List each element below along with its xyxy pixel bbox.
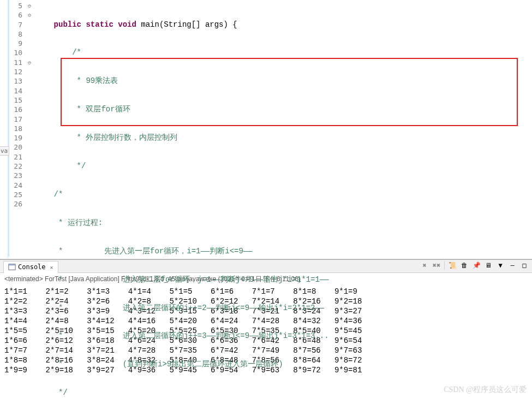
code-line: * 双层for循环 bbox=[33, 105, 532, 114]
sidebar-tab[interactable]: va bbox=[0, 146, 9, 156]
code-line: * 运行过程: bbox=[33, 218, 532, 228]
code-line: * 外层控制行数，内层控制列 bbox=[33, 133, 532, 142]
console-tab-bar: Console ✕ ✖ ✖✖ 📜 🗑 📌 🖥 ▼ — □ bbox=[0, 260, 532, 273]
change-ruler bbox=[8, 0, 9, 257]
fold-toggle-icon[interactable]: ⊖ bbox=[26, 58, 33, 67]
annotation-box bbox=[61, 58, 518, 126]
fold-column[interactable]: ⊖ ⊖ ⊖ bbox=[26, 0, 33, 259]
code-line: public static void main(String[] args) { bbox=[33, 20, 532, 29]
code-line: * 先进入第一层for循环，i=1——判断i<=9—— bbox=[33, 247, 532, 256]
remove-terminated-icon[interactable]: ✖ bbox=[420, 261, 429, 270]
display-icon[interactable]: 🖥 bbox=[484, 261, 493, 270]
watermark: CSDN @程序员这么可爱 bbox=[444, 385, 527, 395]
line-number-gutter: 56 78 910 1112 1314 1516 1718 1920 2122 … bbox=[8, 0, 26, 259]
scroll-lock-icon[interactable]: 📜 bbox=[448, 261, 457, 270]
left-margin bbox=[0, 0, 8, 259]
close-icon[interactable]: ✕ bbox=[50, 264, 53, 270]
fold-toggle-icon[interactable]: ⊖ bbox=[26, 1, 33, 10]
code-text-area[interactable]: public static void main(String[] args) {… bbox=[33, 0, 532, 259]
minimize-icon[interactable]: — bbox=[508, 261, 517, 270]
console-tab[interactable]: Console ✕ bbox=[3, 261, 58, 273]
console-toolbar: ✖ ✖✖ 📜 🗑 📌 🖥 ▼ — □ bbox=[420, 261, 529, 270]
code-line: * 进入第二层循环的j++=3——判断j<=9——输出j*i=3*1=3... bbox=[33, 331, 532, 341]
open-console-icon[interactable]: ▼ bbox=[496, 261, 505, 270]
pin-icon[interactable]: 📌 bbox=[472, 261, 481, 270]
fold-toggle-icon[interactable]: ⊖ bbox=[26, 10, 33, 20]
remove-all-icon[interactable]: ✖✖ bbox=[432, 261, 441, 270]
clear-icon[interactable]: 🗑 bbox=[460, 261, 469, 270]
code-line: * (直到判断i>9跳出第二层循环进入第一层循环) bbox=[33, 360, 532, 369]
code-line: /* bbox=[33, 48, 532, 57]
svg-rect-1 bbox=[9, 264, 15, 266]
maximize-icon[interactable]: □ bbox=[520, 261, 529, 270]
code-line: * 99乘法表 bbox=[33, 76, 532, 86]
code-line: * 进入第二层for循环，j=1——判断j<=9——输出j*i=1*1=1—— bbox=[33, 275, 532, 284]
code-line: /* bbox=[33, 190, 532, 199]
code-line: * 进入第二层循环的j++=2——判断j<=9——输出j*i=2*1=2—— bbox=[33, 304, 532, 313]
code-editor[interactable]: 56 78 910 1112 1314 1516 1718 1920 2122 … bbox=[0, 0, 532, 259]
console-icon bbox=[8, 263, 16, 271]
console-tab-label: Console bbox=[18, 263, 46, 271]
code-line: */ bbox=[33, 162, 532, 171]
